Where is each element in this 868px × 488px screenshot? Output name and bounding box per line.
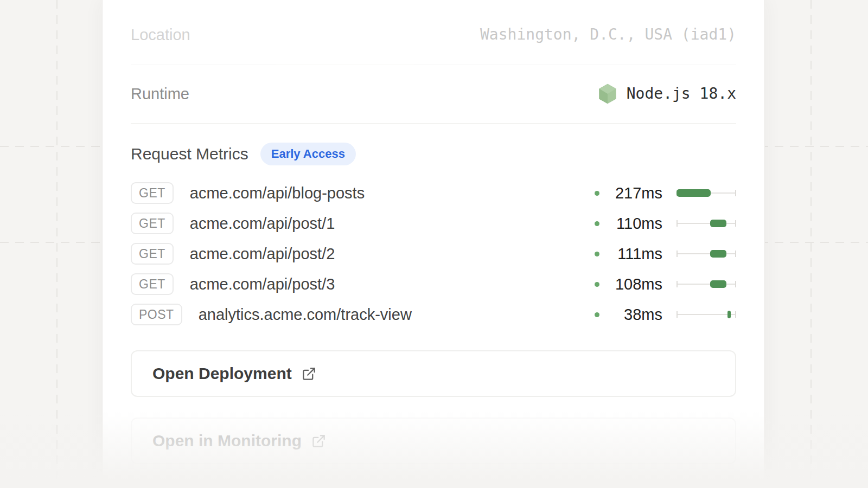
method-badge: GET [131,273,174,295]
runtime-value: Node.js 18.x [627,82,736,106]
open-in-monitoring-button[interactable]: Open in Monitoring [131,418,736,464]
track-end-tick [735,190,736,196]
track-start-tick [676,311,678,318]
request-timing-group: 108ms [595,275,736,293]
track-end-tick [735,251,736,257]
timeline-bar [676,189,711,197]
request-url: acme.com/api/post/3 [190,275,335,293]
track-end-tick [735,220,736,227]
request-url: acme.com/api/blog-posts [190,184,365,202]
track-start-tick [676,281,678,287]
external-link-icon [302,367,316,381]
request-url: acme.com/api/post/1 [190,215,335,233]
request-timing-group: 217ms [595,184,736,202]
method-badge: GET [131,213,174,234]
runtime-row: Runtime Node.js 18.x [131,65,736,124]
timeline-bar [710,280,727,288]
external-link-icon [311,434,326,448]
status-dot [595,252,599,256]
open-deployment-label: Open Deployment [152,364,292,383]
timeline-bar [710,220,727,227]
request-timing-group: 38ms [595,306,736,324]
request-row[interactable]: GET acme.com/api/post/1 110ms [131,208,736,239]
request-timeline-track [676,280,736,288]
request-metrics-header: Request Metrics Early Access [131,142,736,166]
request-duration: 108ms [605,275,662,293]
location-value: Washington, D.C., USA (iad1) [480,23,736,47]
request-timeline-track [676,310,736,319]
request-row[interactable]: GET acme.com/api/blog-posts 217ms [131,178,736,208]
request-list: GET acme.com/api/blog-posts 217ms GET ac… [131,178,736,330]
track-start-tick [676,251,678,257]
request-timeline-track [676,249,736,258]
request-row[interactable]: POST analytics.acme.com/track-view 38ms [131,299,736,330]
method-badge: GET [131,182,174,204]
location-label: Location [131,23,190,47]
timeline-bar [727,311,731,318]
request-timeline-track [676,189,736,197]
timeline-bar [710,250,727,258]
request-duration: 38ms [605,306,662,324]
status-dot [595,191,599,196]
request-row[interactable]: GET acme.com/api/post/3 108ms [131,269,736,299]
track-end-tick [735,281,736,287]
request-timing-group: 110ms [595,215,736,233]
method-badge: GET [131,243,174,265]
status-dot [595,282,599,287]
request-timeline-track [676,219,736,228]
grid-line-vertical-right [810,0,812,488]
method-badge: POST [131,304,182,325]
location-row: Location Washington, D.C., USA (iad1) [131,5,736,65]
request-metrics-title: Request Metrics [131,142,248,166]
runtime-label: Runtime [131,82,189,106]
open-in-monitoring-label: Open in Monitoring [152,432,302,450]
status-dot [595,221,599,226]
nodejs-hexagon-icon [598,84,617,104]
request-duration: 110ms [605,215,662,233]
status-dot [595,312,599,317]
request-url: acme.com/api/post/2 [190,245,335,263]
request-url: analytics.acme.com/track-view [199,306,412,324]
request-row[interactable]: GET acme.com/api/post/2 111ms [131,239,736,269]
open-deployment-button[interactable]: Open Deployment [131,350,736,397]
request-timing-group: 111ms [595,245,736,263]
track-start-tick [676,220,678,227]
request-duration: 111ms [605,245,662,263]
runtime-value-group: Node.js 18.x [598,82,736,106]
request-duration: 217ms [605,184,662,202]
track-end-tick [735,311,736,318]
early-access-badge: Early Access [260,143,356,165]
grid-line-vertical-left [56,0,58,488]
deployment-details-panel: Location Washington, D.C., USA (iad1) Ru… [102,0,765,488]
